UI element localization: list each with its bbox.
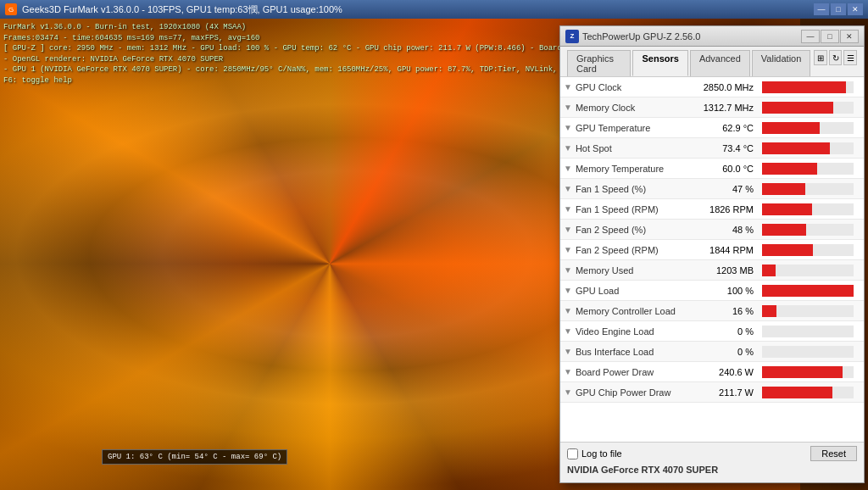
sensor-value: 48 % xyxy=(699,225,759,235)
sensor-bar-container xyxy=(762,163,854,175)
gpuz-window: Z TechPowerUp GPU-Z 2.56.0 — □ ✕ Graphic… xyxy=(559,25,865,483)
sensor-bar-container xyxy=(762,285,854,297)
sensor-name-label: ▼Fan 1 Speed (RPM) xyxy=(564,204,699,214)
sensor-dropdown-icon[interactable]: ▼ xyxy=(564,306,572,315)
gpuz-close-button[interactable]: ✕ xyxy=(840,30,859,43)
sensor-dropdown-icon[interactable]: ▼ xyxy=(564,204,572,214)
furmark-minimize-button[interactable]: — xyxy=(814,3,829,15)
gpu-name-text: NVIDIA GeForce RTX 4070 SUPER xyxy=(567,465,718,475)
log-to-file-checkbox[interactable] xyxy=(567,448,578,459)
gpu-name-footer: NVIDIA GeForce RTX 4070 SUPER xyxy=(567,465,857,475)
sensor-bar-container xyxy=(762,102,854,114)
sensor-bar xyxy=(762,224,806,236)
sensor-dropdown-icon[interactable]: ▼ xyxy=(564,225,572,234)
sensor-bar xyxy=(762,122,820,134)
tab-graphics-card[interactable]: Graphics Card xyxy=(567,50,631,76)
gpu-temp-box: GPU 1: 63° C (min= 54° C - max= 69° C) xyxy=(102,449,287,465)
sensor-value: 240.6 W xyxy=(699,367,759,377)
sensor-value: 16 % xyxy=(699,306,759,316)
gpuz-window-buttons: — □ ✕ xyxy=(801,30,859,43)
sensor-row: ▼GPU Chip Power Draw211.7 W xyxy=(560,382,864,403)
furmark-title: Geeks3D FurMark v1.36.0.0 - 103FPS, GPU1… xyxy=(22,3,342,16)
sensor-value: 0 % xyxy=(699,326,759,337)
sensor-dropdown-icon[interactable]: ▼ xyxy=(564,367,572,376)
sensor-dropdown-icon[interactable]: ▼ xyxy=(564,184,572,193)
sensor-row: ▼Fan 2 Speed (RPM)1844 RPM xyxy=(560,240,864,260)
sensor-bar-container xyxy=(762,264,854,276)
sensor-row: ▼Memory Controller Load16 % xyxy=(560,301,864,321)
furmark-maximize-button[interactable]: □ xyxy=(831,3,846,15)
sensor-bar xyxy=(762,244,813,256)
gpuz-minimize-button[interactable]: — xyxy=(801,30,820,43)
sensor-bar-container xyxy=(762,203,854,215)
gpuz-maximize-button[interactable]: □ xyxy=(821,30,839,43)
sensor-dropdown-icon[interactable]: ▼ xyxy=(564,265,572,275)
gpuz-logo-icon: Z xyxy=(565,30,579,43)
sensor-bar xyxy=(762,203,812,215)
sensor-name-label: ▼GPU Load xyxy=(564,286,699,296)
sensor-name-label: ▼Hot Spot xyxy=(564,143,699,153)
sensor-name-label: ▼Fan 2 Speed (%) xyxy=(564,225,699,235)
sensor-row: ▼Memory Clock1312.7 MHz xyxy=(560,97,864,118)
refresh-icon[interactable]: ↻ xyxy=(829,50,843,65)
sensor-dropdown-icon[interactable]: ▼ xyxy=(564,103,572,112)
sensor-dropdown-icon[interactable]: ▼ xyxy=(564,326,572,336)
grid-icon[interactable]: ⊞ xyxy=(814,50,827,65)
sensor-dropdown-icon[interactable]: ▼ xyxy=(564,347,572,356)
sensor-value: 47 % xyxy=(699,184,759,194)
tab-validation[interactable]: Validation xyxy=(752,50,811,76)
sensor-name-label: ▼Bus Interface Load xyxy=(564,347,699,357)
gpuz-titlebar: Z TechPowerUp GPU-Z 2.56.0 — □ ✕ xyxy=(560,26,864,47)
sensor-value: 211.7 W xyxy=(699,387,759,398)
sensor-row: ▼GPU Load100 % xyxy=(560,281,864,301)
sensor-dropdown-icon[interactable]: ▼ xyxy=(564,123,572,132)
sensor-name-label: ▼GPU Temperature xyxy=(564,123,699,133)
sensor-bar-container xyxy=(762,326,854,337)
sensor-dropdown-icon[interactable]: ▼ xyxy=(564,164,572,173)
sensor-name-label: ▼Fan 2 Speed (RPM) xyxy=(564,245,699,255)
sensor-dropdown-icon[interactable]: ▼ xyxy=(564,82,572,92)
sensor-bar xyxy=(762,264,776,276)
sensor-row: ▼Video Engine Load0 % xyxy=(560,321,864,342)
sensor-value: 1312.7 MHz xyxy=(699,103,759,113)
sensor-value: 0 % xyxy=(699,347,759,357)
sensor-name-label: ▼GPU Chip Power Draw xyxy=(564,387,699,398)
tab-advanced[interactable]: Advanced xyxy=(690,50,750,76)
tab-sensors[interactable]: Sensors xyxy=(632,50,687,76)
furmark-icon: G xyxy=(5,3,17,15)
gpuz-footer-controls: Log to file Reset xyxy=(567,446,857,461)
sensor-value: 100 % xyxy=(699,286,759,296)
sensor-name-label: ▼Memory Used xyxy=(564,265,699,276)
sensor-bar-container xyxy=(762,183,854,195)
sensor-dropdown-icon[interactable]: ▼ xyxy=(564,143,572,153)
furmark-window-buttons: — □ ✕ xyxy=(814,3,863,15)
reset-button[interactable]: Reset xyxy=(810,446,857,461)
sensor-bar xyxy=(762,285,854,297)
sensor-bar-container xyxy=(762,224,854,236)
sensor-row: ▼Fan 1 Speed (RPM)1826 RPM xyxy=(560,199,864,220)
log-to-file-text: Log to file xyxy=(581,448,622,459)
sensor-dropdown-icon[interactable]: ▼ xyxy=(564,245,572,254)
sensor-row: ▼GPU Clock2850.0 MHz xyxy=(560,77,864,97)
sensor-bar-container xyxy=(762,305,854,317)
sensor-value: 1844 RPM xyxy=(699,245,759,255)
sensor-bar-container xyxy=(762,346,854,358)
sensor-dropdown-icon[interactable]: ▼ xyxy=(564,387,572,397)
sensor-row: ▼Memory Temperature60.0 °C xyxy=(560,159,864,179)
sensor-name-label: ▼Memory Temperature xyxy=(564,164,699,174)
gpuz-footer: Log to file Reset NVIDIA GeForce RTX 407… xyxy=(560,442,864,482)
sensor-row: ▼Fan 1 Speed (%)47 % xyxy=(560,179,864,199)
sensor-bar xyxy=(762,387,832,398)
sensor-value: 1826 RPM xyxy=(699,204,759,214)
menu-icon[interactable]: ☰ xyxy=(843,50,857,65)
gpuz-title-left: Z TechPowerUp GPU-Z 2.56.0 xyxy=(565,30,700,43)
gpuz-tab-bar: Graphics Card Sensors Advanced Validatio… xyxy=(560,47,864,77)
sensor-row: ▼GPU Temperature62.9 °C xyxy=(560,118,864,138)
sensor-bar xyxy=(762,183,805,195)
furmark-close-button[interactable]: ✕ xyxy=(848,3,863,15)
sensor-bar xyxy=(762,163,817,175)
sensor-row: ▼Memory Used1203 MB xyxy=(560,260,864,281)
sensor-bar xyxy=(762,366,843,378)
log-to-file-label[interactable]: Log to file xyxy=(567,448,622,459)
sensor-dropdown-icon[interactable]: ▼ xyxy=(564,286,572,295)
